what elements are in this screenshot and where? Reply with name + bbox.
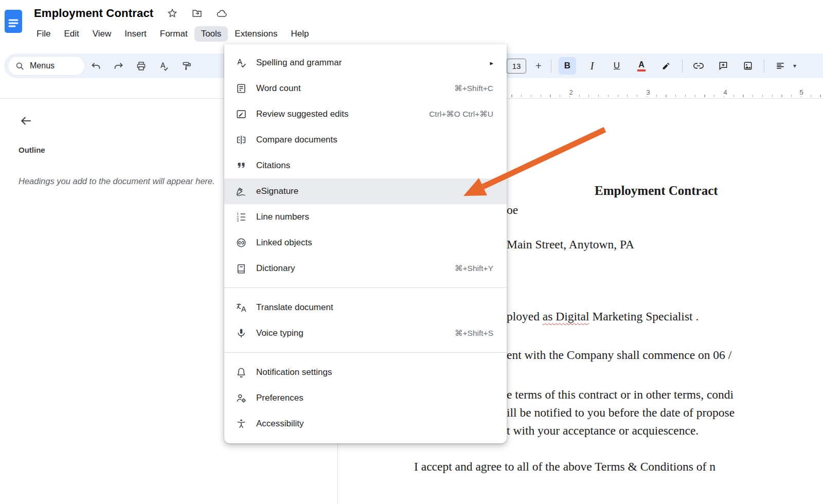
toolbar-divider <box>682 60 683 73</box>
menu-item-shortcut: ⌘+Shift+Y <box>455 264 493 273</box>
document-title[interactable]: Employment Contract <box>34 7 153 20</box>
ruler-mark: 4 <box>722 88 728 96</box>
menu-item-accessibility[interactable]: Accessibility <box>224 411 507 437</box>
menu-item-preferences[interactable]: Preferences <box>224 385 507 411</box>
menu-item-label: Notification settings <box>256 367 493 377</box>
paint-format-button[interactable] <box>175 56 198 76</box>
text-color-button[interactable]: A <box>633 57 650 75</box>
menu-item-dictionary[interactable]: Dictionary⌘+Shift+Y <box>224 256 507 281</box>
text-color-glyph: A <box>637 61 646 71</box>
print-button[interactable] <box>130 56 152 76</box>
insert-image-button[interactable] <box>739 57 757 75</box>
redo-button[interactable] <box>107 56 130 76</box>
doc-text-line: ployed as Digital Marketing Specialist . <box>507 310 699 323</box>
menu-item-linked-objects[interactable]: Linked objects <box>224 230 507 256</box>
menu-item-spelling-and-grammar[interactable]: Spelling and grammar▸ <box>224 50 507 76</box>
menu-help[interactable]: Help <box>284 26 315 42</box>
bold-button[interactable]: B <box>559 57 576 75</box>
citations-icon <box>235 159 247 172</box>
menu-item-label: Compare documents <box>256 135 493 145</box>
menus-button-label: Menus <box>30 61 55 70</box>
menu-item-word-count[interactable]: Word count⌘+Shift+C <box>224 76 507 101</box>
menu-item-shortcut: ⌘+Shift+S <box>455 329 493 338</box>
close-outline-button[interactable] <box>20 114 33 128</box>
font-size-input[interactable]: 13 <box>507 59 526 74</box>
italic-button[interactable]: I <box>583 57 601 75</box>
spellcheck-icon <box>235 57 247 69</box>
menu-item-shortcut: Ctrl+⌘O Ctrl+⌘U <box>429 110 493 119</box>
align-caret-icon[interactable]: ▾ <box>793 62 796 69</box>
doc-text: Marketing Specialist . <box>589 310 699 323</box>
toolbar-divider <box>551 60 551 73</box>
highlight-color-button[interactable] <box>657 57 675 75</box>
menu-item-compare-documents[interactable]: Compare documents <box>224 127 507 153</box>
menu-item-label: Accessibility <box>256 419 493 429</box>
preferences-icon <box>235 392 247 404</box>
menu-format[interactable]: Format <box>153 26 194 42</box>
move-to-folder-icon[interactable] <box>191 8 203 19</box>
microphone-icon <box>235 327 247 339</box>
toolbar-format-group: 13 + B I U A ▾ <box>507 53 796 78</box>
doc-text-line: Main Street, Anytown, PA <box>507 238 634 251</box>
undo-button[interactable] <box>84 56 107 76</box>
add-comment-button[interactable] <box>714 57 732 75</box>
menu-item-citations[interactable]: Citations <box>224 153 507 178</box>
menu-item-esignature[interactable]: eSignature <box>224 178 507 204</box>
doc-text-line: oe <box>507 203 518 217</box>
star-icon[interactable] <box>167 8 178 19</box>
title-row: Employment Contract <box>34 7 227 20</box>
menu-item-review-suggested-edits[interactable]: Review suggested editsCtrl+⌘O Ctrl+⌘U <box>224 101 507 127</box>
misspelled-text: as Digital <box>543 310 589 323</box>
ruler-mark: 3 <box>645 88 651 96</box>
accessibility-icon <box>235 418 247 430</box>
menu-item-label: Linked objects <box>256 238 493 248</box>
menu-extensions[interactable]: Extensions <box>228 26 284 42</box>
menu-insert[interactable]: Insert <box>118 26 153 42</box>
tools-dropdown-menu: Spelling and grammar▸Word count⌘+Shift+C… <box>224 44 507 443</box>
menu-bar: File Edit View Insert Format Tools Exten… <box>30 26 315 42</box>
search-icon <box>15 61 25 71</box>
menu-divider <box>224 352 507 353</box>
menu-item-label: Line numbers <box>256 212 493 222</box>
menu-item-translate-document[interactable]: Translate document <box>224 295 507 320</box>
insert-link-button[interactable] <box>690 57 707 75</box>
menu-file[interactable]: File <box>30 26 57 42</box>
menu-item-label: Word count <box>256 83 445 94</box>
spelling-check-button[interactable] <box>152 56 175 76</box>
menu-edit[interactable]: Edit <box>57 26 85 42</box>
doc-text-line: ill be notified to you before the date o… <box>507 406 735 420</box>
menu-divider <box>224 287 507 288</box>
bell-icon <box>235 366 247 379</box>
menu-item-label: Citations <box>256 160 493 171</box>
menu-item-shortcut: ⌘+Shift+C <box>454 84 493 93</box>
menu-item-voice-typing[interactable]: Voice typing⌘+Shift+S <box>224 320 507 346</box>
search-menus-button[interactable]: Menus <box>8 57 84 75</box>
align-button[interactable] <box>772 57 789 75</box>
menu-item-label: Review suggested edits <box>256 109 420 119</box>
toolbar-divider <box>764 60 764 73</box>
dictionary-icon <box>235 262 247 275</box>
outline-placeholder: Headings you add to the document will ap… <box>19 174 220 188</box>
increase-font-size-button[interactable]: + <box>533 60 544 72</box>
doc-text-line: ent with the Company shall commence on 0… <box>507 348 731 362</box>
underline-button[interactable]: U <box>608 57 625 75</box>
svg-text:3: 3 <box>237 219 239 222</box>
menu-tools[interactable]: Tools <box>194 26 228 42</box>
menu-view[interactable]: View <box>86 26 118 42</box>
submenu-arrow-icon: ▸ <box>490 59 493 67</box>
linked-objects-icon <box>235 237 247 249</box>
ruler-mark: 5 <box>798 88 804 96</box>
menu-item-label: Spelling and grammar <box>256 58 481 68</box>
word-count-icon <box>235 82 247 95</box>
ruler-mark: 2 <box>567 88 574 96</box>
doc-text: ployed <box>507 310 543 323</box>
google-docs-logo[interactable] <box>5 10 22 33</box>
outline-title: Outline <box>19 146 45 154</box>
translate-icon <box>235 301 247 314</box>
cloud-saved-icon[interactable] <box>216 8 227 19</box>
menu-item-notification-settings[interactable]: Notification settings <box>224 359 507 385</box>
doc-text-line: e terms of this contract or in other ter… <box>507 388 733 402</box>
line-numbers-icon: 123 <box>235 211 247 223</box>
doc-text-line: t with your acceptance or acquiescence. <box>507 424 699 438</box>
menu-item-line-numbers[interactable]: 123Line numbers <box>224 204 507 230</box>
